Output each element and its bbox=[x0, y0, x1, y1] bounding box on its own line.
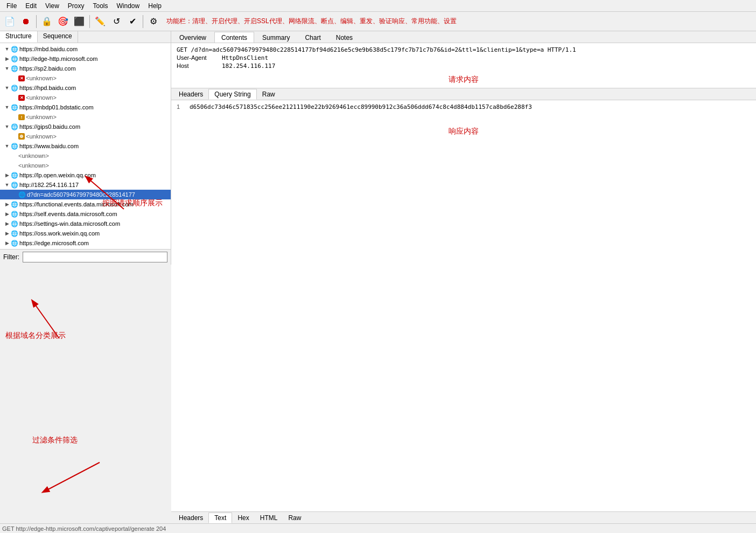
tree-item-mbd[interactable]: ▼ 🌐 https://mbd.baidu.com bbox=[0, 44, 171, 54]
subtab-headers[interactable]: Headers bbox=[173, 89, 208, 100]
record-button[interactable]: ⏺ bbox=[18, 14, 33, 29]
tab-chart[interactable]: Chart bbox=[298, 32, 327, 43]
intercept-button[interactable]: 🔒 bbox=[39, 14, 54, 29]
item-text: d?dn=adc560794679979480c228514177 bbox=[27, 191, 135, 198]
toolbar-sep-2 bbox=[89, 15, 90, 28]
globe-icon: 🌐 bbox=[11, 142, 18, 150]
header-val-host: 182.254.116.117 bbox=[222, 63, 275, 70]
toolbar-label: 功能栏：清理、开启代理、开启SSL代理、网络限流、断点、编辑、重发、验证响应、常… bbox=[166, 17, 754, 26]
bottom-tab-raw[interactable]: Raw bbox=[283, 513, 306, 523]
subtab-querystring[interactable]: Query String bbox=[208, 89, 256, 100]
tree-item-weixin[interactable]: ▶ 🌐 https://lp.open.weixin.qq.com bbox=[0, 170, 171, 180]
item-text: https://lp.open.weixin.qq.com bbox=[19, 172, 96, 178]
globe-icon: 🌐 bbox=[11, 210, 18, 218]
tree-item-hpd-unknown[interactable]: ✕ <unknown> bbox=[0, 93, 171, 102]
tree-item-mbdp01-unknown[interactable]: ! <unknown> bbox=[0, 112, 171, 122]
refresh-button[interactable]: ↺ bbox=[109, 14, 124, 29]
expand-icon[interactable]: ▼ bbox=[3, 182, 11, 188]
right-panel-wrapper: Overview Contents Summary Chart Notes GE… bbox=[171, 31, 756, 523]
error-icon: ✕ bbox=[18, 95, 25, 101]
expand-icon[interactable]: ▼ bbox=[3, 105, 11, 110]
request-area: GET /d?dn=adc560794679979480c228514177bf… bbox=[171, 43, 756, 88]
filter-input[interactable] bbox=[23, 252, 167, 262]
expand-icon[interactable]: ▼ bbox=[3, 66, 11, 71]
expand-icon[interactable]: ▶ bbox=[3, 202, 11, 207]
expand-icon[interactable]: ▶ bbox=[3, 56, 11, 61]
tree-item-hpd[interactable]: ▼ 🌐 https://hpd.baidu.com bbox=[0, 83, 171, 93]
expand-icon[interactable]: ▼ bbox=[3, 85, 11, 91]
tree-item-edge-ms[interactable]: ▶ 🌐 https://edge.microsoft.com bbox=[0, 238, 171, 248]
tree-item-sp2-unknown[interactable]: ✕ <unknown> bbox=[0, 73, 171, 83]
expand-icon[interactable]: ▼ bbox=[3, 143, 11, 149]
item-text: <unknown> bbox=[26, 94, 57, 101]
tree-item-ip[interactable]: ▼ 🌐 http://182.254.116.117 bbox=[0, 180, 171, 190]
bottom-tab-hex[interactable]: Hex bbox=[232, 513, 254, 523]
tree-item-gips0[interactable]: ▼ 🌐 https://gips0.baidu.com bbox=[0, 122, 171, 131]
tree-item-oss-weixin[interactable]: ▶ 🌐 https://oss.work.weixin.qq.com bbox=[0, 229, 171, 238]
response-annotation: 响应内容 bbox=[177, 127, 751, 136]
stop-button[interactable]: ⬛ bbox=[72, 14, 87, 29]
tree-item-sp2[interactable]: ▼ 🌐 https://sp2.baidu.com bbox=[0, 64, 171, 73]
item-text: <unknown> bbox=[26, 75, 57, 81]
tree-item-baidu-unknown2[interactable]: <unknown> bbox=[0, 161, 171, 170]
item-text: <unknown> bbox=[26, 114, 57, 120]
tree-item-www-baidu[interactable]: ▼ 🌐 https://www.baidu.com bbox=[0, 141, 171, 151]
left-panel-wrapper: Structure Sequence ▼ 🌐 https://mbd.baidu… bbox=[0, 31, 171, 523]
expand-icon[interactable]: ▶ bbox=[3, 211, 11, 217]
expand-icon[interactable]: ▶ bbox=[3, 172, 11, 178]
tree-item-query[interactable]: 🌐 d?dn=adc560794679979480c228514177 bbox=[0, 190, 171, 199]
expand-icon[interactable]: ▶ bbox=[3, 240, 11, 246]
check-button[interactable]: ✔ bbox=[125, 14, 140, 29]
toolbar-sep-1 bbox=[36, 15, 37, 28]
menu-view[interactable]: View bbox=[41, 1, 64, 11]
tab-notes[interactable]: Notes bbox=[329, 32, 360, 43]
bottom-tab-text[interactable]: Text bbox=[208, 513, 232, 523]
statusbar: GET http://edge-http.microsoft.com/capti… bbox=[0, 523, 756, 533]
expand-icon[interactable]: ▶ bbox=[3, 221, 11, 226]
expand-icon[interactable]: ▼ bbox=[3, 124, 11, 129]
tree-item-settings-win[interactable]: ▶ 🌐 https://settings-win.data.microsoft.… bbox=[0, 219, 171, 229]
tree-item-mbdp01[interactable]: ▼ 🌐 https://mbdp01.bdstatic.com bbox=[0, 102, 171, 112]
item-text: http://edge-http.microsoft.com bbox=[19, 56, 98, 62]
subtab-raw[interactable]: Raw bbox=[257, 89, 281, 100]
scope-button[interactable]: 🎯 bbox=[55, 14, 71, 29]
menu-file[interactable]: File bbox=[2, 1, 21, 11]
menu-help[interactable]: Help bbox=[144, 1, 166, 11]
tree-area[interactable]: ▼ 🌐 https://mbd.baidu.com ▶ 🌐 http://edg… bbox=[0, 43, 171, 249]
header-name-host: Host bbox=[177, 63, 220, 70]
request-annotation: 请求内容 bbox=[177, 75, 751, 85]
globe-icon: 🌐 bbox=[11, 220, 18, 227]
bottom-tab-headers[interactable]: Headers bbox=[173, 513, 208, 523]
item-text: https://mbdp01.bdstatic.com bbox=[19, 104, 94, 110]
response-area[interactable]: 1 d6506dc73d46c571835cc256ee21211190e22b… bbox=[171, 100, 756, 511]
expand-icon[interactable]: ▼ bbox=[3, 46, 11, 52]
item-text: https://gips0.baidu.com bbox=[19, 123, 80, 130]
tree-item-functional[interactable]: ▶ 🌐 https://functional.events.data.micro… bbox=[0, 199, 171, 209]
menu-tools[interactable]: Tools bbox=[89, 1, 113, 11]
tab-structure[interactable]: Structure bbox=[0, 31, 38, 43]
tab-summary[interactable]: Summary bbox=[255, 32, 297, 43]
item-text: https://sp2.baidu.com bbox=[19, 65, 76, 72]
annotation-domain: 根据域名分类展示 bbox=[5, 331, 66, 341]
filter-area: Filter: bbox=[0, 249, 171, 265]
tree-item-edge-http[interactable]: ▶ 🌐 http://edge-http.microsoft.com bbox=[0, 54, 171, 64]
item-text: https://settings-win.data.microsoft.com bbox=[19, 220, 120, 227]
tree-item-self-events[interactable]: ▶ 🌐 https://self.events.data.microsoft.c… bbox=[0, 209, 171, 219]
request-line: GET /d?dn=adc560794679979480c228514177bf… bbox=[177, 46, 751, 53]
svg-line-2 bbox=[43, 462, 100, 492]
bottom-tab-html[interactable]: HTML bbox=[255, 513, 283, 523]
tree-item-gips0-unknown[interactable]: ⊕ <unknown> bbox=[0, 131, 171, 141]
tab-sequence[interactable]: Sequence bbox=[38, 31, 78, 43]
menu-window[interactable]: Window bbox=[113, 1, 144, 11]
menu-edit[interactable]: Edit bbox=[21, 1, 41, 11]
tab-contents[interactable]: Contents bbox=[214, 32, 254, 43]
item-text: https://self.events.data.microsoft.com bbox=[19, 211, 117, 217]
edit-button[interactable]: ✏️ bbox=[93, 14, 108, 29]
settings-button[interactable]: ⚙ bbox=[146, 14, 161, 29]
menu-proxy[interactable]: Proxy bbox=[64, 1, 89, 11]
new-button[interactable]: 📄 bbox=[2, 14, 17, 29]
request-header-host: Host 182.254.116.117 bbox=[177, 63, 751, 70]
expand-icon[interactable]: ▶ bbox=[3, 231, 11, 236]
tab-overview[interactable]: Overview bbox=[172, 32, 213, 43]
tree-item-baidu-unknown1[interactable]: <unknown> bbox=[0, 151, 171, 161]
